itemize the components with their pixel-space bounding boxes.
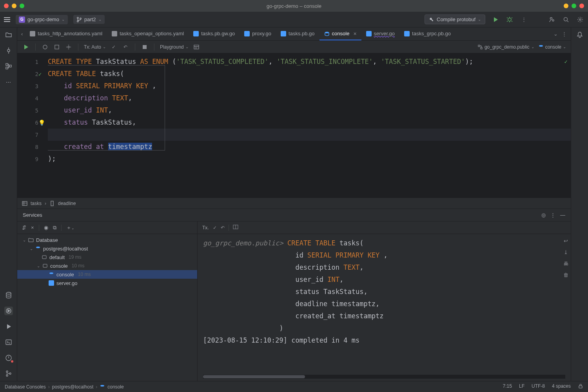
cursor-position[interactable]: 7:15 [503,383,512,390]
more-tool-icon[interactable]: ⋯ [4,78,13,86]
tab-dropdown-icon[interactable]: ⌄ [554,31,558,37]
debug-button[interactable] [506,16,514,24]
services-tool-icon[interactable] [4,307,13,315]
tx-commit-icon[interactable] [53,43,61,51]
output-layout-icon[interactable] [233,224,238,231]
line-separator[interactable]: LF [519,383,524,390]
run-tool-icon[interactable] [4,322,13,331]
services-tree-toolbar: ⇵ × ◉ ⧉ ＋⌄ [17,221,197,234]
project-selector[interactable]: G go-grpc-demo ⌄ [16,15,68,24]
tab-tasks-openapi-options[interactable]: tasks_openapi_options.yaml [107,27,189,40]
run-config-selector[interactable]: Compile protobuf ⌄ [425,15,485,24]
tree-row-console-group[interactable]: ⌄console10 ms [17,261,197,270]
readonly-lock-icon[interactable] [578,383,583,390]
svg-point-17 [6,375,8,376]
code-editor[interactable]: 1 2✓ 3 4 5 6💡 7 8 9 ✓ CREATE TYPE TaskSt… [17,53,571,198]
view-mode-icon[interactable]: ◉ [44,225,48,230]
tab-console[interactable]: console× [319,27,361,40]
hide-panel-icon[interactable]: — [560,212,565,218]
rollback-tx-icon[interactable]: ↶ [122,43,129,51]
tab-tasks-http-annotations[interactable]: tasks_http_annotations.yaml [25,27,107,40]
session-selector[interactable]: console⌄ [538,44,566,50]
breadcrumb-item[interactable]: deadline [58,201,76,206]
tab-scroll-left-icon[interactable]: ‹ [21,27,25,40]
maximize-window-icon[interactable] [20,4,24,8]
add-session-icon[interactable]: ＋⌄ [66,224,74,231]
tree-row-server[interactable]: server.go [17,279,197,287]
more-actions-icon[interactable]: ⋮ [520,16,528,24]
notifications-tool-icon[interactable] [575,31,584,39]
close-window-icon[interactable] [4,4,9,8]
tx-settings-icon[interactable] [41,43,49,51]
main-toolbar: G go-grpc-demo ⌄ part2 ⌄ Compile protobu… [0,12,588,27]
cancel-query-icon[interactable] [141,43,149,51]
output-horizontal-scrollbar[interactable] [203,375,565,379]
print-icon[interactable]: 🖶 [563,261,568,267]
tab-tasks-pb[interactable]: tasks.pb.go [276,27,319,40]
clear-icon[interactable]: 🗑 [563,272,568,278]
output-rollback-icon[interactable]: ↶ [221,225,225,230]
output-layout-icon[interactable] [192,43,200,51]
close-tab-icon[interactable]: × [353,31,356,37]
settings-icon[interactable] [576,16,584,24]
close-session-icon[interactable]: × [31,225,34,230]
tree-row-default[interactable]: default19 ms [17,253,197,261]
commit-tx-icon[interactable]: ✓ [110,43,118,51]
tx-options-icon[interactable] [65,43,73,51]
services-tree[interactable]: ⌄Database ⌄postgres@localhost default19 … [17,234,197,381]
window-controls[interactable] [4,4,24,8]
playground-selector[interactable]: Playground⌄ [160,44,189,50]
svg-rect-33 [51,201,53,206]
panel-more-icon[interactable]: ⋮ [550,212,555,218]
execute-button[interactable] [22,43,30,51]
tree-row-console[interactable]: console10 ms [17,270,197,279]
database-tool-icon[interactable] [4,291,13,299]
code-area[interactable]: ✓ CREATE TYPE TaskStatus AS ENUM ('TASK_… [48,53,571,198]
search-icon[interactable] [562,16,570,24]
svg-point-2 [80,18,82,19]
tab-server[interactable]: server.go [361,27,399,40]
svg-point-4 [550,17,552,19]
gutter: 1 2✓ 3 4 5 6💡 7 8 9 [17,53,48,198]
run-button[interactable] [492,16,499,24]
db-console-icon [49,272,54,277]
tab-proxy[interactable]: proxy.go [240,27,276,40]
project-tool-icon[interactable] [4,31,13,39]
output-tx-label[interactable]: Tx. [202,225,209,230]
scrollbar-thumb[interactable] [203,375,305,378]
tab-tasks-pb-gw[interactable]: tasks.pb.gw.go [189,27,240,40]
tx-mode-selector[interactable]: Tx: Auto⌄ [84,44,106,50]
run-gutter-icon[interactable]: ✓ [38,71,42,77]
status-breadcrumb-item[interactable]: console [107,384,123,390]
terminal-tool-icon[interactable] [4,338,13,347]
schema-selector[interactable]: go_grpc_demo.public⌄ [477,44,534,50]
indent-setting[interactable]: 4 spaces [552,383,571,390]
tree-label: console [50,263,68,269]
status-breadcrumb-item[interactable]: Database Consoles [5,384,46,390]
db-console-icon [100,384,105,390]
file-encoding[interactable]: UTF-8 [532,383,545,390]
query-output[interactable]: go_grpc_demo.public> CREATE TABLE tasks(… [198,234,561,375]
wrap-icon[interactable]: ↩ [564,238,568,244]
expand-all-icon[interactable]: ⇵ [22,225,26,230]
tree-row-connection[interactable]: ⌄postgres@localhost [17,244,197,253]
tab-tasks-grpc-pb[interactable]: tasks_grpc.pb.go [399,27,456,40]
structure-tool-icon[interactable] [4,62,13,71]
git-tool-icon[interactable] [4,369,13,378]
bulb-gutter-icon[interactable]: 💡 [38,120,45,126]
commit-tool-icon[interactable] [4,46,13,55]
scroll-end-icon[interactable]: ⤓ [564,249,568,255]
hamburger-menu-icon[interactable] [4,17,10,22]
open-new-tab-icon[interactable]: ⧉ [53,225,56,231]
tree-row-database[interactable]: ⌄Database [17,236,197,244]
code-with-me-icon[interactable] [548,16,556,24]
tab-more-icon[interactable]: ⋮ [562,31,567,37]
problems-tool-icon[interactable] [4,354,13,362]
output-commit-icon[interactable]: ✓ [213,225,217,230]
focus-icon[interactable]: ◎ [541,212,546,218]
status-breadcrumb-item[interactable]: postgres@localhost [52,384,94,390]
minimize-window-icon[interactable] [12,4,16,8]
branch-selector[interactable]: part2 ⌄ [73,15,105,24]
tree-timing: 10 ms [78,272,91,277]
breadcrumb-item[interactable]: tasks [31,201,42,206]
